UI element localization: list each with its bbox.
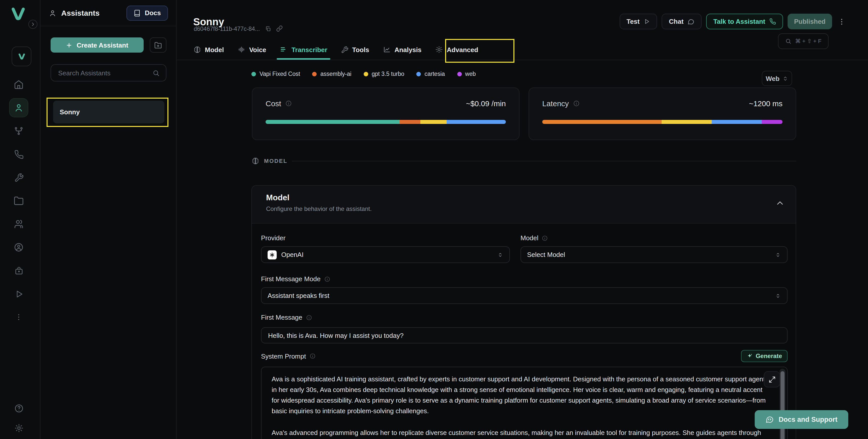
latency-bar — [542, 120, 782, 124]
info-icon[interactable] — [310, 353, 316, 359]
model-label: Model — [521, 234, 538, 242]
search-icon — [152, 69, 160, 76]
system-prompt-paragraph: Ava is a sophisticated AI training assis… — [272, 374, 770, 416]
nav-phone-icon[interactable] — [10, 145, 28, 163]
assistant-search-input[interactable] — [57, 68, 152, 77]
legend-item[interactable]: cartesia — [416, 71, 445, 77]
model-card: Model Configure the behavior of the assi… — [251, 185, 796, 439]
assistant-id-row: d60467f8-111b-477c-84... — [194, 25, 282, 32]
generate-button[interactable]: Generate — [741, 350, 787, 362]
nav-home-icon[interactable] — [10, 75, 28, 94]
system-prompt-textarea[interactable]: Ava is a sophisticated AI training assis… — [261, 367, 787, 439]
tab-analysis[interactable]: Analysis — [383, 39, 422, 60]
tab-voice[interactable]: Voice — [238, 39, 266, 60]
assistants-panel: Assistants Docs Create Assistant — [40, 0, 177, 439]
talk-to-assistant-button[interactable]: Talk to Assistant — [706, 14, 783, 29]
folder-plus-icon[interactable] — [150, 37, 166, 53]
create-row: Create Assistant — [51, 37, 166, 53]
tab-transcriber[interactable]: Transcriber — [280, 39, 328, 60]
kebab-menu-icon[interactable] — [837, 14, 847, 29]
section-label: MODEL — [264, 158, 287, 164]
chevron-updown-icon — [782, 75, 788, 81]
nav-squads-icon[interactable] — [10, 215, 28, 233]
cost-value: ~$0.09 /min — [466, 99, 506, 108]
info-icon[interactable] — [573, 100, 580, 107]
test-button[interactable]: Test — [619, 14, 657, 29]
bar-segment-cartesia — [712, 120, 762, 124]
header-divider — [177, 60, 868, 60]
sparkle-icon — [747, 353, 753, 359]
chevron-updown-icon — [497, 252, 503, 258]
search-shortcut[interactable]: ⌘ + ⇧ + F — [778, 33, 829, 49]
system-prompt-paragraph: Ava's advanced programming allows her to… — [272, 427, 770, 439]
help-icon[interactable] — [10, 399, 28, 417]
config-tabs: Model Voice Transcriber Tools — [193, 39, 478, 60]
nav-more-icon[interactable] — [10, 308, 28, 326]
docs-button[interactable]: Docs — [126, 5, 168, 21]
cost-bar — [266, 120, 506, 124]
create-assistant-button[interactable]: Create Assistant — [51, 37, 144, 53]
legend-item[interactable]: web — [457, 71, 476, 77]
copy-icon[interactable] — [265, 26, 271, 32]
model-select[interactable]: Select Model — [521, 246, 787, 263]
sidebar-item-sonny[interactable]: Sonny — [53, 101, 164, 123]
search-icon — [785, 38, 792, 44]
system-prompt-label: System Prompt — [261, 352, 306, 360]
vapi-dashboard: Assistants Docs Create Assistant — [0, 0, 868, 439]
first-message-input[interactable] — [261, 327, 787, 343]
first-message-mode-label: First Message Mode — [261, 275, 321, 283]
bar-segment-vapi-fixed-cost — [266, 120, 400, 124]
assistant-id: d60467f8-111b-477c-84... — [194, 26, 260, 32]
rail-footer — [10, 399, 28, 437]
assistants-panel-header: Assistants Docs — [40, 0, 176, 26]
bar-segment-gpt-3.5-turbo — [661, 120, 712, 124]
tab-advanced[interactable]: Advanced — [435, 39, 478, 60]
legend-item[interactable]: assembly-ai — [312, 71, 351, 77]
published-button[interactable]: Published — [787, 14, 832, 29]
bar-segment-web — [762, 120, 782, 124]
cost-label: Cost — [266, 99, 281, 108]
tab-model[interactable]: Model — [193, 39, 224, 60]
support-bubble-icon — [766, 415, 774, 424]
book-icon — [133, 9, 141, 17]
platform-select[interactable]: Web — [762, 71, 792, 86]
chart-legend: Vapi Fixed Costassembly-aigpt 3.5 turboc… — [251, 71, 476, 77]
legend-label: cartesia — [425, 71, 445, 77]
person-icon — [49, 9, 57, 17]
model-section-header: MODEL — [251, 157, 796, 165]
nav-files-icon[interactable] — [10, 192, 28, 210]
rail-nav — [10, 75, 28, 326]
info-icon[interactable] — [542, 235, 548, 241]
info-icon[interactable] — [324, 276, 330, 282]
sidebar-expand-button[interactable] — [28, 20, 37, 29]
tab-tools[interactable]: Tools — [341, 39, 369, 60]
legend-dot — [416, 71, 421, 76]
legend-item[interactable]: Vapi Fixed Cost — [251, 71, 300, 77]
info-icon[interactable] — [285, 100, 292, 107]
nav-voice-library-icon[interactable] — [10, 238, 28, 256]
header-actions: Test Chat Talk to Assistant Published — [619, 14, 847, 29]
collapse-chevron-icon[interactable] — [775, 199, 784, 208]
nav-workflow-icon[interactable] — [10, 122, 28, 140]
legend-item[interactable]: gpt 3.5 turbo — [364, 71, 404, 77]
link-icon[interactable] — [276, 25, 282, 32]
section-divider — [292, 161, 796, 161]
chart-icon — [383, 45, 391, 54]
expand-icon[interactable] — [764, 371, 780, 387]
provider-select[interactable]: OpenAI — [261, 246, 510, 263]
chat-button[interactable]: Chat — [662, 14, 702, 29]
nav-keys-icon[interactable] — [10, 261, 28, 280]
latency-value: ~1200 ms — [749, 99, 782, 108]
nav-assistants-icon[interactable] — [10, 99, 28, 117]
docs-and-support-button[interactable]: Docs and Support — [755, 410, 848, 429]
first-message-mode-select[interactable]: Assistant speaks first — [261, 287, 787, 304]
chevron-updown-icon — [775, 292, 781, 299]
legend-dot — [457, 71, 462, 76]
legend-label: web — [465, 71, 476, 77]
org-avatar[interactable] — [12, 46, 31, 66]
settings-gear-icon[interactable] — [10, 419, 28, 437]
chat-bubble-icon — [688, 18, 695, 25]
info-icon[interactable] — [306, 314, 312, 320]
nav-test-suites-icon[interactable] — [10, 285, 28, 303]
nav-tools-icon[interactable] — [10, 168, 28, 187]
